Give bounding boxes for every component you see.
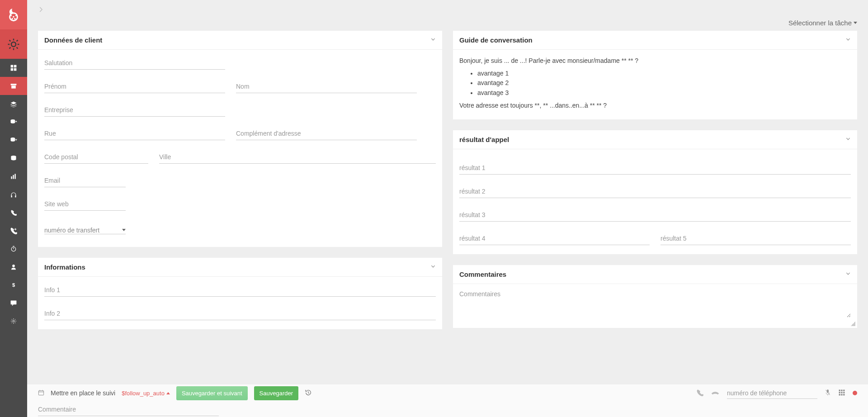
panel-result: résultat d'appel résultat 1 résultat 2 r… xyxy=(453,130,857,254)
chevron-down-icon xyxy=(845,37,851,43)
company-field[interactable]: Entreprise xyxy=(44,103,225,117)
svg-line-44 xyxy=(12,322,12,323)
svg-rect-15 xyxy=(11,65,14,68)
chevron-down-icon xyxy=(845,271,851,278)
email-field[interactable]: Email xyxy=(44,174,126,187)
sidebar-item-user[interactable] xyxy=(0,258,27,276)
hangup-icon[interactable] xyxy=(711,389,720,398)
save-and-next-button[interactable]: Sauvegarder et suivant xyxy=(176,386,248,400)
logo-gear-icon xyxy=(0,29,27,59)
sidebar-item-database[interactable] xyxy=(0,149,27,167)
caret-down-icon xyxy=(854,22,857,24)
phone-number-input[interactable] xyxy=(727,388,817,399)
svg-rect-63 xyxy=(843,394,844,395)
chevron-down-icon xyxy=(430,264,436,270)
svg-point-6 xyxy=(11,42,16,47)
topbar: Sélectionner la tâche xyxy=(27,0,868,31)
svg-point-3 xyxy=(15,14,17,16)
panel-info: Informations Info 1 Info 2 xyxy=(38,258,442,329)
svg-rect-62 xyxy=(841,394,842,395)
panel-result-header[interactable]: résultat d'appel xyxy=(453,130,857,149)
sidebar-item-phone[interactable] xyxy=(0,204,27,222)
firstname-field[interactable]: Prénom xyxy=(44,80,225,93)
dialpad-icon[interactable] xyxy=(838,389,845,398)
sidebar-item-settings[interactable] xyxy=(0,312,27,330)
panel-guide-title: Guide de conversation xyxy=(459,36,533,44)
street-field[interactable]: Rue xyxy=(44,127,225,140)
save-button[interactable]: Sauvegarder xyxy=(254,386,298,400)
mic-mute-icon[interactable] xyxy=(825,389,831,398)
svg-rect-55 xyxy=(839,389,840,391)
panel-client-title: Données de client xyxy=(44,36,102,44)
sidebar-item-dashboard[interactable] xyxy=(0,59,27,77)
transfer-number-select[interactable]: numéro de transfert xyxy=(44,221,126,234)
chevron-down-icon xyxy=(845,136,851,143)
sidebar-item-timer[interactable] xyxy=(0,240,27,258)
sidebar-item-db-up[interactable] xyxy=(0,113,27,131)
city-field[interactable]: Ville xyxy=(159,150,436,164)
right-column: Guide de conversation Bonjour, je suis .… xyxy=(453,31,857,393)
panel-client-header[interactable]: Données de client xyxy=(38,31,442,50)
svg-line-13 xyxy=(9,47,11,48)
history-icon[interactable] xyxy=(305,389,312,398)
result-1[interactable]: résultat 1 xyxy=(459,159,851,175)
svg-rect-16 xyxy=(14,65,17,68)
sidebar-item-archive[interactable] xyxy=(0,77,27,95)
sidebar-item-call-add[interactable] xyxy=(0,222,27,240)
followup-mode-selector[interactable]: $follow_up_auto xyxy=(122,390,170,397)
address2-field[interactable]: Complément d'adresse xyxy=(236,127,417,140)
svg-point-5 xyxy=(14,18,15,19)
svg-point-2 xyxy=(10,14,12,16)
svg-point-1 xyxy=(13,16,14,17)
comments-textarea[interactable] xyxy=(459,290,851,317)
left-column: Données de client Salutation Prénom Nom … xyxy=(38,31,442,393)
result-5[interactable]: résultat 5 xyxy=(660,230,851,245)
svg-rect-17 xyxy=(11,68,14,71)
result-3[interactable]: résultat 3 xyxy=(459,206,851,222)
logo-flame-icon xyxy=(0,0,27,29)
result-2[interactable]: résultat 2 xyxy=(459,183,851,198)
sidebar-item-billing[interactable]: $ xyxy=(0,276,27,294)
result-4[interactable]: résultat 4 xyxy=(459,230,650,245)
sidebar-item-db-down[interactable] xyxy=(0,131,27,149)
footer-comment-field[interactable]: Commentaire xyxy=(38,403,219,416)
svg-rect-58 xyxy=(839,392,840,393)
svg-rect-27 xyxy=(11,195,12,197)
svg-line-12 xyxy=(17,47,18,48)
panel-comments-header[interactable]: Commentaires xyxy=(453,265,857,284)
salutation-field[interactable]: Salutation xyxy=(44,56,225,70)
sidebar-logo xyxy=(0,0,27,59)
info1-field[interactable]: Info 1 xyxy=(44,283,436,297)
guide-content: Bonjour, je suis ... de ...! Parle-je av… xyxy=(453,50,857,119)
svg-rect-26 xyxy=(14,174,15,179)
task-selector-label: Sélectionner la tâche xyxy=(788,19,852,27)
info2-field[interactable]: Info 2 xyxy=(44,307,436,320)
sidebar-item-layers[interactable] xyxy=(0,95,27,113)
panel-comments: Commentaires xyxy=(453,265,857,328)
svg-rect-46 xyxy=(38,390,43,395)
panel-info-title: Informations xyxy=(44,263,85,271)
panel-guide-header[interactable]: Guide de conversation xyxy=(453,31,857,50)
main-content: Sélectionner la tâche Données de client … xyxy=(27,0,868,399)
svg-rect-25 xyxy=(13,175,14,179)
website-field[interactable]: Site web xyxy=(44,197,126,211)
svg-rect-61 xyxy=(839,394,840,395)
svg-rect-36 xyxy=(11,300,17,304)
svg-rect-59 xyxy=(841,392,842,393)
sidebar-item-chart[interactable] xyxy=(0,167,27,185)
sidebar-item-chat[interactable] xyxy=(0,294,27,312)
svg-rect-28 xyxy=(15,195,16,197)
call-icon[interactable] xyxy=(696,389,703,398)
svg-rect-20 xyxy=(11,85,16,88)
panel-info-header[interactable]: Informations xyxy=(38,258,442,277)
lastname-field[interactable]: Nom xyxy=(236,80,417,93)
zip-field[interactable]: Code postal xyxy=(44,150,148,164)
task-selector[interactable]: Sélectionner la tâche xyxy=(788,19,857,27)
svg-text:$: $ xyxy=(12,282,15,288)
svg-line-51 xyxy=(308,393,309,393)
resize-handle-icon xyxy=(851,322,855,326)
svg-point-4 xyxy=(11,18,13,19)
svg-point-37 xyxy=(13,320,14,322)
panel-result-title: résultat d'appel xyxy=(459,136,509,143)
sidebar-item-headphones[interactable] xyxy=(0,185,27,204)
